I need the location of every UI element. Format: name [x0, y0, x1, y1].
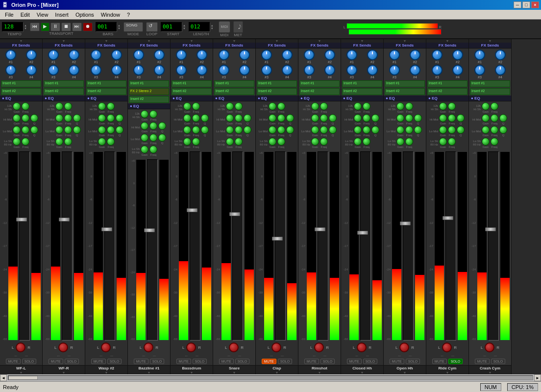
- eq-q-2-0[interactable]: [30, 126, 38, 134]
- menu-view[interactable]: View: [34, 11, 51, 19]
- solo-button-4[interactable]: SOLO: [193, 359, 207, 364]
- eq-gain-3-9[interactable]: [396, 138, 404, 146]
- insert1-button-11[interactable]: Insert #1: [470, 80, 510, 87]
- insert2-button-11[interactable]: Insert #2: [470, 88, 510, 95]
- pan-knob-10[interactable]: [442, 343, 452, 352]
- fx-knob-#2-6[interactable]: [282, 49, 293, 60]
- eq-freq-3-10[interactable]: [448, 138, 456, 146]
- pan-knob-1[interactable]: [58, 343, 68, 352]
- mute-button-4[interactable]: MUTE: [176, 359, 191, 364]
- fx-knob-#1-6[interactable]: [261, 49, 272, 60]
- ff-button[interactable]: ⏭: [72, 23, 82, 31]
- insert2-button-6[interactable]: Insert #2: [257, 88, 297, 95]
- insert2-button-2[interactable]: Insert #2: [86, 88, 126, 95]
- eq-gain-2-0[interactable]: [13, 126, 21, 134]
- eq-q-2-11[interactable]: [499, 126, 507, 134]
- fader-11[interactable]: [488, 151, 498, 341]
- fx-knob-#1-10[interactable]: [432, 49, 443, 60]
- pan-knob-5[interactable]: [229, 343, 239, 352]
- record-button[interactable]: ⏺: [83, 23, 93, 31]
- eq-freq-3-2[interactable]: [107, 138, 115, 146]
- solo-button-3[interactable]: SOLO: [150, 359, 164, 364]
- eq-gain-0-4[interactable]: [183, 102, 191, 110]
- fader-handle-2[interactable]: [101, 227, 112, 231]
- fader-handle-6[interactable]: [272, 237, 283, 241]
- fx-knob-#2-2[interactable]: [111, 49, 122, 60]
- scroll-left-button[interactable]: ◄: [0, 374, 7, 381]
- eq-gain-3-11[interactable]: [482, 138, 490, 146]
- solo-button-9[interactable]: SOLO: [406, 359, 420, 364]
- pan-knob-2[interactable]: [101, 343, 111, 352]
- eq-freq-1-1[interactable]: [64, 114, 72, 122]
- fader-handle-0[interactable]: [16, 218, 27, 221]
- insert2-button-3[interactable]: Insert #2: [129, 96, 169, 103]
- fx-knob-#2-8[interactable]: [367, 49, 378, 60]
- eq-freq-1-7[interactable]: [320, 114, 328, 122]
- eq-gain-2-5[interactable]: [226, 126, 234, 134]
- fx-knob-#1-9[interactable]: [389, 49, 400, 60]
- insert1-button-3[interactable]: Insert #1: [129, 80, 169, 87]
- fader-10[interactable]: [445, 151, 456, 341]
- eq-gain-2-4[interactable]: [183, 126, 191, 134]
- fx-knob-#2-3[interactable]: [154, 49, 165, 60]
- eq-q-2-8[interactable]: [371, 126, 379, 134]
- fader-1[interactable]: [62, 151, 72, 341]
- fader-0[interactable]: [19, 151, 29, 341]
- mute-button-2[interactable]: MUTE: [91, 359, 106, 364]
- eq-gain-2-10[interactable]: [439, 126, 447, 134]
- fx-knob-#3-5[interactable]: [219, 65, 229, 75]
- eq-freq-2-11[interactable]: [491, 126, 498, 134]
- insert2-button-8[interactable]: Insert #2: [342, 88, 382, 95]
- eq-gain-3-0[interactable]: [13, 138, 21, 146]
- eq-q-1-8[interactable]: [371, 114, 379, 122]
- fx-knob-#3-7[interactable]: [304, 65, 315, 75]
- insert1-button-5[interactable]: Insert #1: [214, 80, 254, 87]
- eq-gain-1-7[interactable]: [311, 114, 319, 122]
- eq-freq-2-5[interactable]: [235, 126, 243, 134]
- eq-gain-2-9[interactable]: [396, 126, 404, 134]
- scroll-thumb[interactable]: [8, 376, 38, 380]
- eq-freq-1-8[interactable]: [363, 114, 370, 122]
- insert2-button-5[interactable]: Insert #2: [214, 88, 254, 95]
- eq-gain-1-2[interactable]: [98, 114, 106, 122]
- eq-freq-3-11[interactable]: [491, 138, 498, 146]
- fx-knob-#3-2[interactable]: [91, 65, 101, 75]
- insert1-button-7[interactable]: Insert #1: [299, 80, 340, 87]
- eq-q-2-9[interactable]: [414, 126, 422, 134]
- eq-freq-1-10[interactable]: [448, 114, 456, 122]
- menu-insert[interactable]: Insert: [52, 11, 72, 19]
- maximize-button[interactable]: □: [522, 1, 530, 8]
- fader-handle-11[interactable]: [485, 227, 496, 231]
- eq-gain-3-8[interactable]: [354, 138, 362, 146]
- fader-handle-9[interactable]: [400, 221, 411, 225]
- eq-gain-1-4[interactable]: [183, 114, 191, 122]
- eq-freq-3-1[interactable]: [64, 138, 72, 146]
- fx-knob-#2-10[interactable]: [452, 49, 463, 60]
- eq-gain-1-1[interactable]: [55, 114, 63, 122]
- bars-display[interactable]: 001: [96, 22, 117, 32]
- fader-handle-5[interactable]: [229, 212, 240, 216]
- mute-button-10[interactable]: MUTE: [432, 359, 447, 364]
- fx-knob-#3-9[interactable]: [389, 65, 400, 75]
- eq-gain-1-5[interactable]: [226, 114, 234, 122]
- fx-knob-#1-0[interactable]: [5, 49, 16, 60]
- horizontal-scrollbar[interactable]: ◄ ►: [0, 374, 541, 381]
- solo-button-11[interactable]: SOLO: [491, 359, 505, 364]
- eq-gain-2-7[interactable]: [311, 126, 319, 134]
- fx-knob-#4-7[interactable]: [324, 65, 335, 75]
- fader-4[interactable]: [190, 151, 200, 341]
- solo-button-8[interactable]: SOLO: [363, 359, 377, 364]
- fx-knob-#2-7[interactable]: [324, 49, 335, 60]
- mute-button-3[interactable]: MUTE: [134, 359, 148, 364]
- eq-gain-2-11[interactable]: [482, 126, 490, 134]
- eq-q-1-1[interactable]: [73, 114, 81, 122]
- insert2-button-9[interactable]: Insert #2: [385, 88, 425, 95]
- scroll-track[interactable]: [8, 375, 533, 380]
- eq-gain-2-2[interactable]: [98, 126, 106, 134]
- fx-knob-#1-3[interactable]: [133, 49, 144, 60]
- bars-down[interactable]: ▼: [118, 27, 121, 30]
- fx-knob-#1-2[interactable]: [91, 49, 101, 60]
- insert1-button-4[interactable]: Insert #1: [172, 80, 212, 87]
- fx-knob-#3-10[interactable]: [432, 65, 443, 75]
- eq-gain-2-6[interactable]: [269, 126, 276, 134]
